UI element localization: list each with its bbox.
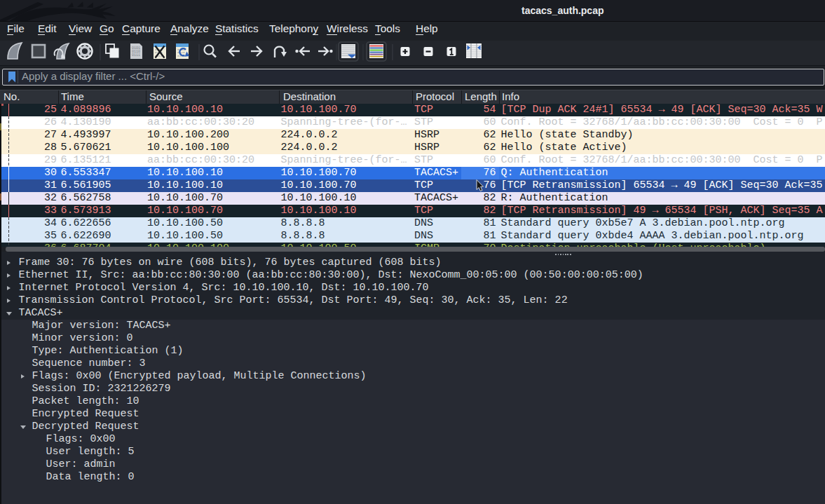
svg-text:0111: 0111 (132, 53, 140, 57)
